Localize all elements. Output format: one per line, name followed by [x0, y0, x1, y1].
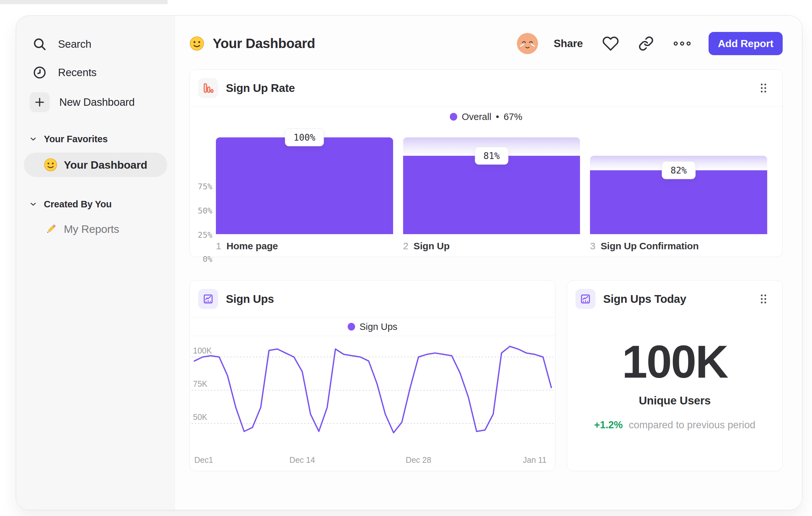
more-options-icon[interactable] [673, 38, 691, 49]
heart-icon[interactable] [602, 35, 619, 52]
sidebar-item-new-dashboard[interactable]: New Dashboard [16, 87, 174, 118]
avatar[interactable] [517, 33, 538, 54]
section-title: Your Favorites [44, 134, 108, 144]
page-title-text: Your Dashboard [213, 36, 315, 51]
legend-value: 67% [504, 112, 522, 122]
sidebar-item-your-dashboard[interactable]: Your Dashboard [24, 153, 167, 177]
funnel-bar-fill [590, 170, 767, 234]
plus-icon [30, 92, 50, 112]
sidebar-section-your-favorites[interactable]: Your Favorites [16, 132, 174, 146]
funnel-legend: Overall • 67% [190, 107, 782, 127]
funnel-bar-1[interactable]: 100% [216, 137, 393, 234]
clock-icon [31, 64, 48, 81]
smiley-emoji [44, 158, 57, 171]
page-title: Your Dashboard [190, 36, 315, 51]
funnel-step-label: 1Home page [216, 241, 393, 251]
legend-dot [348, 323, 355, 331]
drag-handle-icon[interactable] [758, 292, 770, 306]
sign-ups-line-series [194, 346, 551, 433]
metric-delta: +1.2% compared to previous period [567, 419, 782, 431]
y-axis-tick: 75% [198, 182, 212, 191]
metric-subtitle: Unique Users [567, 394, 782, 407]
card-sign-ups: Sign Ups Sign Ups 100K75K50K Dec1Dec 14D… [190, 280, 555, 471]
y-axis-tick: 25% [198, 230, 212, 240]
funnel-y-axis: 75%50%25%0% [194, 163, 212, 260]
sidebar: Search Recents New Dashboard Your Favori… [16, 16, 175, 510]
funnel-bar-fill [216, 137, 393, 234]
step-number: 2 [403, 241, 409, 251]
line-plot: 100K75K50K [190, 335, 555, 449]
legend-label: Sign Ups [359, 322, 398, 332]
step-number: 3 [590, 241, 596, 251]
step-name: Sign Up [413, 241, 450, 251]
y-axis-tick: 0% [203, 254, 212, 264]
card-title: Sign Ups Today [603, 293, 750, 305]
card-header: Sign Up Rate [190, 70, 782, 107]
sidebar-item-search[interactable]: Search [16, 30, 174, 58]
top-edge-strip [0, 0, 168, 4]
x-axis-tick: Dec 14 [289, 455, 315, 465]
metric-value: 100K [567, 335, 782, 388]
sidebar-item-label: Your Dashboard [64, 159, 147, 171]
sidebar-item-label: My Reports [64, 223, 119, 236]
funnel-step-label: 3Sign Up Confirmation [590, 241, 767, 251]
card-title: Sign Ups [226, 293, 542, 305]
line-chart-icon [576, 289, 596, 309]
funnel-bar-fill [403, 156, 580, 234]
legend-label: Overall [462, 112, 491, 122]
main-content: Your Dashboard Share Add Report [175, 16, 802, 510]
link-icon[interactable] [638, 36, 654, 51]
sidebar-item-label: New Dashboard [59, 96, 135, 108]
sidebar-item-my-reports[interactable]: My Reports [16, 217, 174, 241]
funnel-bars: 100%81%82% [216, 137, 767, 234]
step-name: Home page [227, 241, 278, 251]
x-axis-tick: Jan 11 [523, 455, 547, 465]
sidebar-section-created-by-you[interactable]: Created By You [16, 197, 174, 211]
delta-percent: +1.2% [594, 419, 623, 431]
step-number: 1 [216, 241, 221, 251]
chevron-down-icon [29, 200, 37, 208]
funnel-bar-2[interactable]: 81% [403, 137, 580, 234]
add-report-button[interactable]: Add Report [708, 32, 783, 55]
app-window: Search Recents New Dashboard Your Favori… [16, 16, 802, 510]
smiley-emoji [190, 36, 204, 51]
conversion-tooltip: 82% [662, 162, 696, 179]
section-title: Created By You [44, 199, 112, 210]
line-legend: Sign Ups [190, 318, 555, 336]
sidebar-item-label: Search [58, 38, 91, 50]
funnel-step-labels: 1Home page2Sign Up3Sign Up Confirmation [216, 241, 767, 251]
card-header: Sign Ups [190, 280, 555, 318]
step-name: Sign Up Confirmation [601, 241, 699, 251]
pencil-emoji [45, 222, 57, 236]
funnel-step-label: 2Sign Up [403, 241, 580, 251]
card-title: Sign Up Rate [226, 82, 750, 94]
delta-note: compared to previous period [629, 419, 755, 431]
cards-row: Sign Ups Sign Ups 100K75K50K Dec1Dec 14D… [190, 280, 783, 471]
sidebar-item-label: Recents [58, 66, 97, 79]
line-chart-svg [190, 335, 555, 449]
card-sign-ups-today: Sign Ups Today 100K Unique Users +1.2% c… [567, 280, 783, 471]
search-icon [31, 35, 48, 53]
legend-dot [450, 113, 457, 120]
funnel-bar-3[interactable]: 82% [590, 137, 767, 234]
line-chart-icon [198, 289, 218, 309]
sidebar-item-recents[interactable]: Recents [16, 58, 174, 87]
card-header: Sign Ups Today [567, 280, 782, 317]
header-actions: Share Add Report [517, 32, 783, 55]
legend-separator: • [496, 112, 499, 122]
x-axis-tick: Dec1 [194, 455, 213, 465]
funnel-chart-icon [198, 78, 218, 98]
share-button[interactable]: Share [554, 37, 583, 50]
x-axis-tick: Dec 28 [406, 455, 431, 465]
y-axis-tick: 50% [198, 206, 212, 215]
page-header: Your Dashboard Share Add Report [190, 16, 783, 69]
card-sign-up-rate: Sign Up Rate Overall • 67% 75%50%25%0% 1… [190, 69, 783, 257]
drag-handle-icon[interactable] [758, 81, 770, 96]
conversion-tooltip: 100% [285, 129, 324, 146]
chevron-down-icon [29, 135, 37, 143]
conversion-tooltip: 81% [475, 147, 509, 165]
